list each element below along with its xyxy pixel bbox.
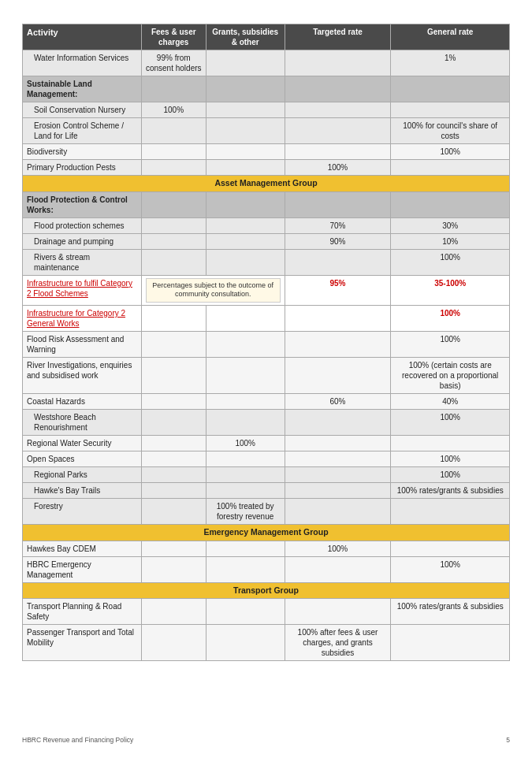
col-header-targeted: Targeted rate bbox=[285, 24, 391, 50]
main-table: Activity Fees & user charges Grants, sub… bbox=[22, 24, 510, 661]
col-header-activity: Activity bbox=[23, 24, 142, 50]
table-row: River Investigations, enquiries and subs… bbox=[23, 358, 510, 394]
table-row: Regional Water Security100% bbox=[23, 436, 510, 451]
table-row: Open Spaces100% bbox=[23, 451, 510, 467]
table-row: Transport Group bbox=[23, 582, 510, 599]
table-row: Forestry100% treated by forestry revenue bbox=[23, 499, 510, 525]
table-row: HBRC Emergency Management100% bbox=[23, 556, 510, 582]
table-row: Asset Management Group bbox=[23, 176, 510, 192]
table-row: Hawke's Bay Trails100% rates/grants & su… bbox=[23, 483, 510, 499]
table-row: Primary Production Pests100% bbox=[23, 160, 510, 176]
table-row: Transport Planning & Road Safety100% rat… bbox=[23, 599, 510, 625]
table-row: Coastal Hazards60%40% bbox=[23, 394, 510, 410]
footer-left: HBRC Revenue and Financing Policy bbox=[22, 736, 133, 744]
table-row: Flood Protection & Control Works: bbox=[23, 191, 510, 217]
table-row: Passenger Transport and Total Mobility10… bbox=[23, 625, 510, 661]
table-row: Emergency Management Group bbox=[23, 525, 510, 541]
table-row: Infrastructure for Category 2 General Wo… bbox=[23, 306, 510, 332]
col-header-general: General rate bbox=[391, 24, 510, 50]
table-row: Flood protection schemes70%30% bbox=[23, 217, 510, 233]
table-row: Drainage and pumping90%10% bbox=[23, 233, 510, 249]
table-row: Water Information Services99% from conse… bbox=[23, 50, 510, 76]
table-row: Westshore Beach Renourishment100% bbox=[23, 410, 510, 436]
table-row: Regional Parks100% bbox=[23, 467, 510, 483]
table-row: Infrastructure to fulfil Category 2 Floo… bbox=[23, 275, 510, 305]
table-row: Sustainable Land Management: bbox=[23, 76, 510, 102]
table-row: Rivers & stream maintenance100% bbox=[23, 249, 510, 275]
footer-page: 5 bbox=[506, 736, 510, 744]
col-header-fees: Fees & user charges bbox=[141, 24, 206, 50]
table-header-row: Activity Fees & user charges Grants, sub… bbox=[23, 24, 510, 50]
col-header-grants: Grants, subsidies & other bbox=[206, 24, 285, 50]
table-row: Biodiversity100% bbox=[23, 144, 510, 160]
page-container: Activity Fees & user charges Grants, sub… bbox=[0, 0, 532, 693]
table-row: Hawkes Bay CDEM100% bbox=[23, 541, 510, 556]
table-row: Erosion Control Scheme / Land for Life10… bbox=[23, 118, 510, 144]
table-row: Soil Conservation Nursery100% bbox=[23, 102, 510, 118]
table-row: Flood Risk Assessment and Warning100% bbox=[23, 332, 510, 358]
